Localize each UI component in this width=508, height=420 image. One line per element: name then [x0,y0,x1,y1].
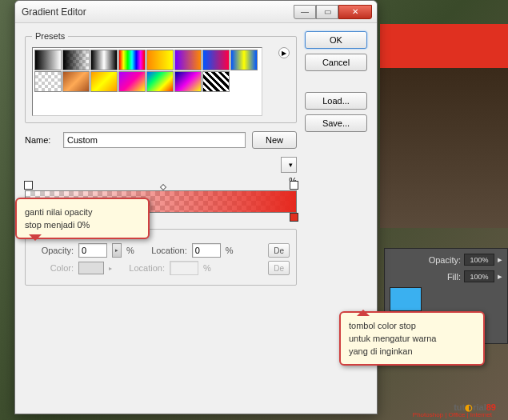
preset-swatch[interactable] [62,50,90,70]
preset-swatch[interactable] [174,50,202,70]
preset-swatch[interactable] [118,50,146,70]
watermark-subtitle: Photoshop | Office | Internet [413,411,492,418]
color-swatch [78,262,104,274]
opacity-panel-value[interactable]: 100% [464,254,494,266]
delete-color-stop-button: De [268,261,290,275]
location1-suffix: % [226,246,234,255]
preset-swatch[interactable] [202,71,230,92]
background-red-band [380,24,508,68]
window-title: Gradient Editor [20,6,294,18]
opacity-suffix: % [126,246,134,255]
gradient-type-dropdown[interactable] [281,157,297,173]
cancel-button[interactable]: Cancel [305,54,367,71]
callout-line: yang di inginkan [349,345,475,358]
presets-fieldset: Presets [25,31,297,123]
opacity-stop-left[interactable] [24,181,32,190]
opacity-spinner[interactable]: ▸ [112,243,122,258]
callout-line: ganti nilai opacity [25,206,140,218]
opacity-panel-label: Opacity: [429,255,461,265]
preset-swatch[interactable] [118,71,146,92]
preset-swatch[interactable] [34,50,62,70]
location2-label: Location: [117,263,165,273]
preset-swatch[interactable] [202,50,230,70]
preset-swatch[interactable] [230,50,258,70]
color-stop-right[interactable] [290,213,298,222]
close-button[interactable]: ✕ [338,5,372,19]
opacity-stop-right[interactable] [290,181,298,190]
location1-label: Location: [139,246,187,255]
save-button[interactable]: Save... [305,114,367,132]
color-label: Color: [32,263,74,273]
background-brown [380,68,508,228]
name-input[interactable] [63,132,246,148]
callout-line: stop menjadi 0% [25,218,140,231]
chevron-down-icon[interactable]: ▸ [498,254,502,265]
callout-line: untuk mengatur warna [349,332,475,345]
preset-swatch[interactable] [146,50,174,70]
chevron-down-icon[interactable]: ▸ [498,271,502,282]
location1-input[interactable] [192,243,221,258]
presets-menu-button[interactable]: ▶ [278,47,290,58]
preset-swatch[interactable] [90,71,118,92]
location2-input [170,261,198,275]
preset-swatch[interactable] [174,71,202,92]
load-button[interactable]: Load... [305,92,367,110]
callout-color-stop: tombol color stop untuk mengatur warna y… [339,311,485,366]
preset-swatch[interactable] [34,71,62,92]
titlebar[interactable]: Gradient Editor — ▭ ✕ [15,1,377,23]
preset-swatch[interactable] [146,71,174,92]
callout-line: tombol color stop [349,319,475,332]
name-label: Name: [25,135,57,145]
callout-opacity: ganti nilai opacity stop menjadi 0% [15,198,150,239]
delete-opacity-stop-button[interactable]: De [268,243,290,258]
location2-suffix: % [203,263,211,273]
preset-swatch[interactable] [62,71,90,92]
new-button[interactable]: New [252,131,297,149]
layer-thumbnail[interactable] [390,287,422,311]
opacity-input[interactable] [78,243,107,258]
chevron-down-icon: ▸ [109,265,112,272]
minimize-button[interactable]: — [294,5,316,19]
fill-panel-value[interactable]: 100% [464,270,494,282]
maximize-button[interactable]: ▭ [316,5,338,19]
presets-legend: Presets [32,31,68,41]
preset-swatch[interactable] [90,50,118,70]
ok-button[interactable]: OK [305,31,367,49]
fill-panel-label: Fill: [447,272,461,282]
preset-grid[interactable] [32,47,262,116]
